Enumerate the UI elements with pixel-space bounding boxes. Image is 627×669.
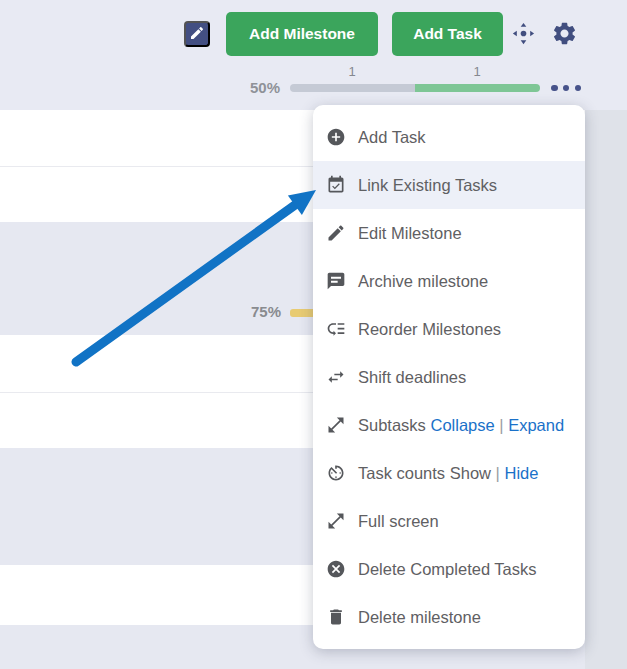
calendar-check-icon	[326, 175, 346, 195]
menu-item-link-existing-tasks[interactable]: Link Existing Tasks	[313, 161, 585, 209]
menu-item-label: Delete Completed Tasks	[358, 560, 537, 579]
milestone-progress-percent: 50%	[240, 79, 280, 96]
expand-subtasks-link[interactable]: Expand	[508, 416, 564, 434]
milestones-view: Add Milestone Add Task 50% 1 1	[0, 0, 627, 669]
milestone-options-button[interactable]	[550, 80, 582, 96]
pencil-icon	[326, 223, 346, 243]
menu-item-archive-milestone[interactable]: Archive milestone	[313, 257, 585, 305]
separator: |	[499, 416, 503, 434]
settings-button[interactable]	[551, 20, 578, 47]
fullscreen-icon	[326, 511, 346, 531]
pan-view-button[interactable]	[511, 21, 536, 46]
collapse-subtasks-link[interactable]: Collapse	[430, 416, 494, 434]
pan-move-icon	[511, 34, 536, 49]
done-task-count: 1	[457, 64, 497, 79]
task-counts-label: Task counts Show	[358, 464, 491, 482]
menu-item-label: Full screen	[358, 512, 439, 531]
ellipsis-icon	[551, 85, 558, 92]
trash-icon	[326, 607, 346, 627]
menu-item-label: Delete milestone	[358, 608, 481, 627]
open-task-count: 1	[332, 64, 372, 79]
menu-item-task-counts: Task counts Show | Hide	[313, 449, 585, 497]
menu-item-subtasks: Subtasks Collapse | Expand	[313, 401, 585, 449]
menu-item-edit-milestone[interactable]: Edit Milestone	[313, 209, 585, 257]
menu-item-label: Shift deadlines	[358, 368, 466, 387]
progress-segment-open	[290, 84, 415, 92]
swap-arrows-icon	[326, 367, 346, 387]
menu-item-delete-milestone[interactable]: Delete milestone	[313, 593, 585, 641]
menu-item-full-screen[interactable]: Full screen	[313, 497, 585, 545]
menu-item-add-task[interactable]: Add Task	[313, 113, 585, 161]
menu-item-label: Archive milestone	[358, 272, 488, 291]
timeline-right-column	[585, 110, 627, 669]
add-task-button[interactable]: Add Task	[392, 12, 503, 56]
gear-icon	[551, 35, 578, 50]
separator: |	[496, 464, 500, 482]
hide-task-counts-link[interactable]: Hide	[504, 464, 538, 482]
pencil-icon	[189, 25, 205, 44]
milestone-progress-bar	[290, 84, 540, 92]
x-circle-icon	[326, 559, 346, 579]
timer-icon	[326, 463, 346, 483]
subtasks-label: Subtasks	[358, 416, 426, 434]
menu-item-label: Link Existing Tasks	[358, 176, 497, 195]
menu-item-label: Add Task	[358, 128, 426, 147]
menu-item-label: Reorder Milestones	[358, 320, 501, 339]
menu-item-label: Edit Milestone	[358, 224, 462, 243]
archive-icon	[326, 271, 346, 291]
menu-item-label: Subtasks Collapse | Expand	[358, 416, 564, 435]
milestone-context-menu: Add Task Link Existing Tasks Edit Milest…	[313, 105, 585, 649]
reorder-icon	[326, 319, 346, 339]
diagonal-arrows-icon	[326, 415, 346, 435]
menu-item-shift-deadlines[interactable]: Shift deadlines	[313, 353, 585, 401]
menu-item-label: Task counts Show | Hide	[358, 464, 538, 483]
menu-item-reorder-milestones[interactable]: Reorder Milestones	[313, 305, 585, 353]
menu-item-delete-completed-tasks[interactable]: Delete Completed Tasks	[313, 545, 585, 593]
progress-segment-done	[415, 84, 540, 92]
edit-project-button[interactable]	[184, 21, 210, 47]
task-progress-percent: 75%	[241, 303, 281, 320]
plus-circle-icon	[326, 127, 346, 147]
add-milestone-button[interactable]: Add Milestone	[226, 12, 378, 56]
